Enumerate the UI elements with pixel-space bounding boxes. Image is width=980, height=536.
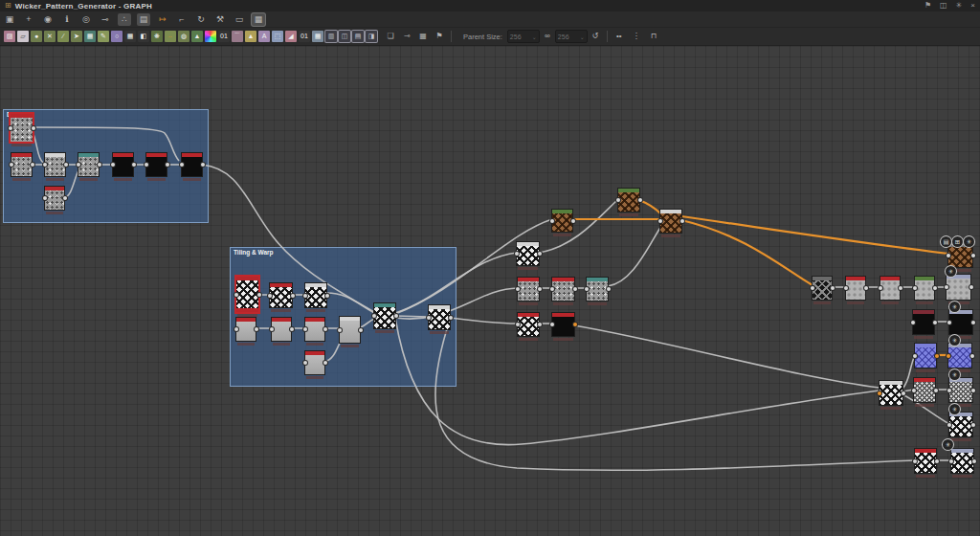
snap-grid-icon[interactable]: ▦: [252, 13, 265, 26]
node-damage-noise-a[interactable]: [11, 153, 32, 176]
shape-node-icon[interactable]: ○: [111, 31, 122, 42]
auto-refresh-icon[interactable]: ↻: [194, 13, 208, 26]
spacing-icon[interactable]: ⋮: [631, 31, 642, 42]
node-detail-noise-b[interactable]: [552, 278, 574, 301]
warp-node-icon[interactable]: ✎: [98, 31, 109, 42]
node-gray-blend[interactable]: [340, 317, 360, 343]
node-tile-sampler[interactable]: [236, 277, 258, 312]
pan-view-icon[interactable]: +: [22, 13, 35, 26]
show-connections-icon[interactable]: ↦: [156, 13, 169, 26]
node-grayscale-conversion[interactable]: [813, 277, 832, 300]
link-sizes-icon[interactable]: ∞: [542, 31, 553, 42]
info-mode-icon[interactable]: ℹ: [60, 13, 74, 26]
unlink-icon[interactable]: ⊸: [99, 13, 112, 26]
node-color-blend[interactable]: [660, 210, 681, 233]
node-uniform-color-b[interactable]: [272, 318, 291, 341]
parent-size-height-select[interactable]: 256 ⌄: [555, 30, 588, 43]
node-uniform-color-d[interactable]: [305, 351, 324, 374]
node-damage-noise-c[interactable]: [45, 187, 64, 210]
node-pattern-blend-b[interactable]: [518, 313, 539, 336]
flood-fill-icon[interactable]: ◧: [138, 31, 149, 42]
node-damage-levels-a[interactable]: [113, 153, 133, 176]
node-wicker-warp-out[interactable]: [429, 305, 450, 329]
elbow-connections-icon[interactable]: ⌐: [175, 13, 189, 26]
view-thumbnails-icon[interactable]: ▤: [137, 13, 150, 26]
node-height-source[interactable]: [914, 378, 935, 402]
panel-preset-4-icon[interactable]: ◨: [366, 31, 377, 42]
node-damage-noise-source[interactable]: [11, 114, 33, 142]
fill-node-icon[interactable]: ◢: [285, 31, 297, 42]
node-wicker-warp-a[interactable]: [270, 283, 292, 307]
panel-preset-1-icon[interactable]: ▥: [325, 31, 337, 42]
node-damage-noise-b[interactable]: [45, 153, 65, 176]
node-detail-noise-a[interactable]: [518, 278, 539, 301]
scatter-icon[interactable]: ∙∙: [165, 31, 176, 42]
graph-canvas[interactable]: DamageTiling & Warp ▤⊞✳✳✳✳✳✳✳: [0, 46, 980, 536]
safe-transform-icon[interactable]: ▦: [84, 31, 96, 42]
blur-node-icon[interactable]: ●: [31, 31, 42, 42]
gradient-wheel-icon[interactable]: [205, 31, 216, 42]
panel-preset-3-icon[interactable]: ▤: [352, 31, 364, 42]
snap-tool-icon[interactable]: ⊓: [648, 31, 659, 42]
node-roughness-blur[interactable]: [915, 277, 934, 300]
pin-node-icon[interactable]: ⚑: [434, 31, 445, 42]
frame-node-icon[interactable]: ▦: [417, 31, 429, 42]
node-pattern-blend-a[interactable]: [517, 242, 539, 265]
node-wicker-blend[interactable]: [374, 303, 395, 328]
export-view-icon[interactable]: ▭: [233, 13, 246, 26]
pixel-processor-icon[interactable]: ▦: [312, 31, 323, 42]
slope-blur-icon[interactable]: ∕: [57, 31, 69, 42]
node-damage-blend-out[interactable]: [182, 153, 202, 176]
screenshot-icon[interactable]: ◉: [41, 13, 55, 26]
slope-node-icon[interactable]: ▲: [245, 31, 256, 42]
node-output-height[interactable]: [949, 378, 972, 402]
node-gradient-map-a[interactable]: [552, 210, 572, 232]
tools-icon[interactable]: ⚒: [213, 13, 227, 26]
parent-size-width-select[interactable]: 256 ⌄: [507, 30, 540, 43]
node-roughness-levels-a[interactable]: [846, 277, 865, 300]
float-panel-icon[interactable]: ✳: [956, 0, 963, 11]
panel-preset-2-icon[interactable]: ◫: [339, 31, 350, 42]
pin-panel-icon[interactable]: ⚑: [924, 0, 931, 11]
node-uniform-color-c[interactable]: [305, 318, 324, 341]
node-output-normal[interactable]: [948, 344, 971, 368]
node-detail-blend[interactable]: [587, 278, 608, 301]
node-mask-source[interactable]: [915, 449, 936, 473]
quantize-icon[interactable]: 01: [299, 31, 310, 42]
node-pattern-splitter[interactable]: [880, 381, 902, 405]
close-panel-icon[interactable]: ×: [970, 0, 975, 11]
node-levels-dark[interactable]: [552, 313, 574, 336]
node-output-metallic[interactable]: [949, 310, 972, 334]
splatter-icon[interactable]: ❋: [151, 31, 163, 42]
bitmap-node-icon[interactable]: ▨: [4, 31, 15, 42]
dock-panel-icon[interactable]: ◫: [940, 0, 947, 11]
view-nodes-icon[interactable]: ∴: [118, 13, 131, 26]
comment-icon[interactable]: ❏: [385, 31, 396, 42]
dock-dots-icon[interactable]: ••: [613, 31, 625, 42]
node-metallic-source[interactable]: [913, 310, 934, 334]
height-blend-icon[interactable]: ▲: [191, 31, 203, 42]
node-gradient-map-b[interactable]: [618, 189, 639, 212]
reset-size-icon[interactable]: ↺: [590, 31, 601, 42]
svg-node-icon[interactable]: ▱: [17, 31, 29, 42]
dot-link-icon[interactable]: ⊸: [401, 31, 412, 42]
node-wicker-warp-b[interactable]: [305, 283, 326, 307]
node-normal-map[interactable]: [915, 344, 936, 368]
transform-2d-icon[interactable]: ⬚: [272, 31, 283, 42]
directional-blur-icon[interactable]: ➤: [71, 31, 82, 42]
frame-select-icon[interactable]: ▣: [3, 13, 16, 26]
node-roughness-levels-b[interactable]: [880, 277, 900, 300]
node-output-mask[interactable]: [951, 449, 973, 473]
zoom-icon[interactable]: ◎: [79, 13, 93, 26]
node-output-roughness[interactable]: [947, 275, 970, 300]
grayscale-conversion-icon[interactable]: 01: [218, 31, 230, 42]
directional-warp-icon[interactable]: ✕: [44, 31, 56, 42]
node-damage-levels-b[interactable]: [146, 153, 167, 176]
tile-sampler-icon[interactable]: ▦: [124, 31, 136, 42]
node-damage-blend[interactable]: [78, 153, 99, 176]
node-uniform-color-a[interactable]: [236, 318, 256, 341]
text-node-icon[interactable]: A: [258, 31, 270, 42]
curve-node-icon[interactable]: ⌒: [232, 31, 243, 42]
grunge-icon[interactable]: ◍: [178, 31, 189, 42]
node-output-ao[interactable]: [949, 413, 972, 436]
